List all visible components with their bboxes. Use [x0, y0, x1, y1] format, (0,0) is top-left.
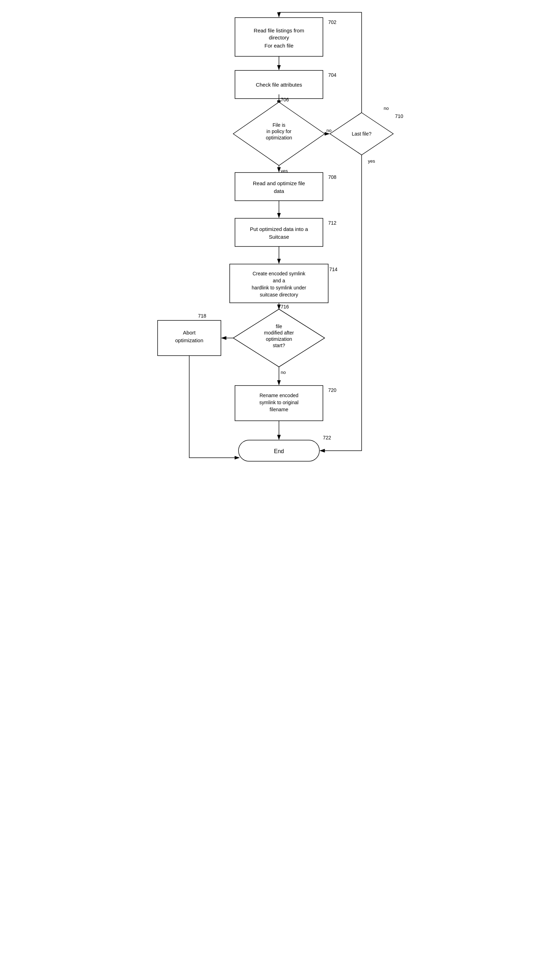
node-708-label1: Read and optimize file	[253, 180, 305, 186]
label-710: 710	[395, 114, 403, 119]
node-716-label4: start?	[273, 343, 285, 348]
no-label-716: no	[281, 370, 286, 375]
label-708: 708	[328, 174, 337, 180]
node-712-label2: Suitcase	[269, 234, 289, 240]
node-704-label: Check file attributes	[256, 82, 302, 88]
node-722-label: End	[274, 448, 284, 454]
label-718: 718	[198, 313, 207, 319]
node-716-label3: optimization	[266, 336, 292, 342]
node-706-label2: in policy for	[267, 129, 292, 134]
label-704: 704	[328, 72, 337, 78]
node-718-label1: Abort	[183, 329, 196, 336]
node-720-label1: Rename encoded	[260, 393, 298, 398]
node-702-label3: For each file	[265, 43, 294, 48]
node-702-label: Read file listings from	[253, 27, 304, 33]
label-706: 706	[281, 97, 289, 102]
no-label-710: no	[384, 105, 389, 111]
node-714-label4: suitcase directory	[260, 292, 298, 297]
yes-label-710: yes	[368, 159, 375, 164]
node-708-label2: data	[274, 188, 284, 194]
label-714: 714	[329, 267, 338, 272]
node-714-label1: Create encoded symlink	[253, 271, 306, 276]
label-722: 722	[323, 435, 332, 440]
node-718-label2: optimization	[175, 337, 203, 343]
node-710-label: Last file?	[352, 131, 372, 137]
node-720-label3: filename	[270, 407, 288, 412]
node-708-rect	[235, 172, 323, 201]
node-706-label1: File is	[273, 122, 286, 128]
node-712-label1: Put optimized data into a	[250, 226, 308, 232]
label-720: 720	[328, 387, 337, 393]
node-716-label2: modified after	[264, 330, 294, 336]
node-712-rect	[235, 218, 323, 246]
node-720-label2: symlink to original	[259, 399, 298, 405]
node-714-label3: hardlink to symlink under	[252, 285, 307, 291]
node-706-label3: optimization	[266, 135, 292, 140]
node-702-label2: directory	[269, 35, 289, 40]
label-702: 702	[328, 19, 337, 25]
no-label-706: no	[327, 128, 332, 133]
flowchart-container: Read file listings from directory For ea…	[140, 7, 420, 495]
label-716: 716	[281, 304, 289, 309]
node-716-label1: file	[276, 324, 282, 329]
node-714-label2: and a	[273, 278, 285, 283]
label-712: 712	[328, 220, 337, 226]
